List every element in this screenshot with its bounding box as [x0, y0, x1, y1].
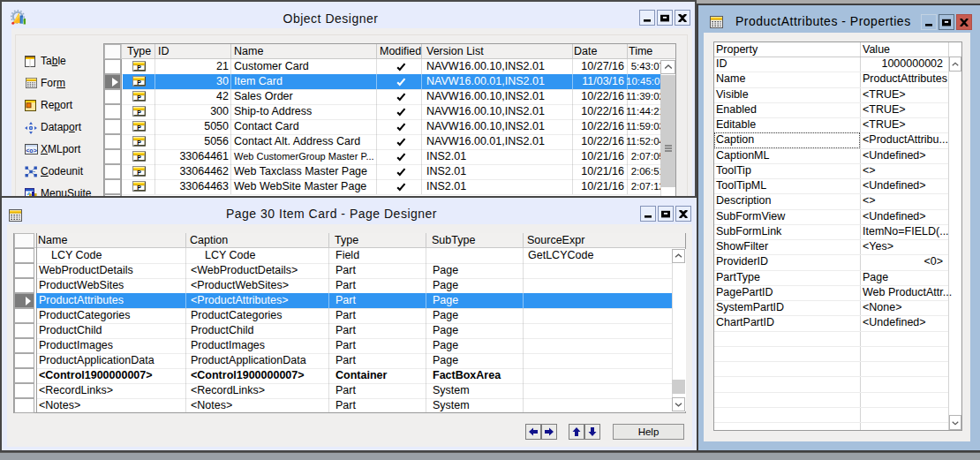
svg-text:P: P: [137, 170, 141, 176]
svg-text:P: P: [137, 185, 141, 191]
svg-text:P: P: [137, 79, 141, 86]
svg-text:P: P: [137, 64, 141, 71]
svg-text:P: P: [137, 140, 141, 146]
svg-text:P: P: [137, 155, 141, 161]
svg-text:P: P: [137, 94, 141, 101]
svg-text:<o>: <o>: [26, 147, 36, 154]
svg-text:P: P: [137, 109, 141, 116]
svg-text:P: P: [137, 124, 141, 131]
